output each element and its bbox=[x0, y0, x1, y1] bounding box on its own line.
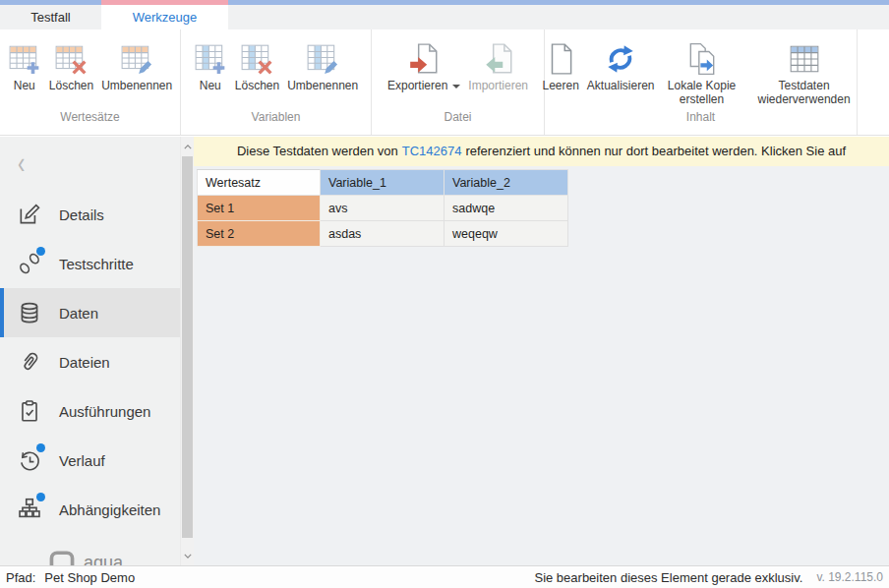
button-label: Aktualisieren bbox=[587, 79, 655, 92]
table-header-row: Wertesatz Variable_1 Variable_2 bbox=[198, 170, 568, 196]
scrollbar-thumb[interactable] bbox=[182, 156, 193, 538]
paperclip-icon bbox=[17, 349, 42, 375]
ribbon-group-variablen: Neu Löschen Umbenennen Variablen bbox=[181, 29, 372, 135]
exclusive-edit-message: Sie bearbeiten dieses Element gerade exk… bbox=[534, 570, 802, 585]
ribbon-group-inhalt: Leeren Aktualisieren Lokale Kopie erstel… bbox=[545, 29, 858, 135]
table-row: Set 1 avs sadwqe bbox=[198, 196, 568, 221]
testdata-table: Wertesatz Variable_1 Variable_2 Set 1 av… bbox=[197, 169, 568, 247]
table-cell[interactable]: weqeqw bbox=[444, 221, 568, 247]
column-header-variable-1[interactable]: Variable_1 bbox=[321, 170, 444, 196]
footsteps-icon bbox=[17, 251, 42, 276]
notification-dot bbox=[36, 493, 45, 501]
button-label: Umbenennen bbox=[101, 79, 172, 92]
row-header-set2[interactable]: Set 2 bbox=[198, 221, 321, 247]
wertesatz-loeschen-button[interactable]: Löschen bbox=[45, 40, 97, 94]
table-rename-icon bbox=[120, 42, 153, 76]
exportieren-button[interactable]: Exportieren bbox=[384, 40, 464, 94]
banner-text-before: Diese Testdaten werden von bbox=[237, 144, 398, 158]
history-icon bbox=[17, 447, 42, 473]
sidebar-item-label: Testschritte bbox=[59, 256, 134, 272]
sidebar-item-label: Dateien bbox=[59, 354, 110, 371]
edit-icon bbox=[17, 202, 42, 227]
group-label-variablen: Variablen bbox=[181, 110, 371, 135]
wertesatz-umbenennen-button[interactable]: Umbenennen bbox=[97, 40, 176, 94]
notification-dot bbox=[36, 247, 45, 256]
aqua-logo-text: aqua bbox=[84, 553, 123, 566]
row-header-set1[interactable]: Set 1 bbox=[198, 196, 321, 221]
lokale-kopie-erstellen-button[interactable]: Lokale Kopie erstellen bbox=[659, 40, 745, 109]
group-label-wertesaetze: Wertesätze bbox=[0, 110, 180, 135]
sidebar-collapse-icon[interactable]: ‹ bbox=[18, 148, 25, 179]
button-label: Umbenennen bbox=[287, 79, 358, 92]
testcase-link[interactable]: TC142674 bbox=[402, 144, 462, 158]
sidebar-item-label: Verlauf bbox=[59, 452, 105, 469]
reference-banner: Diese Testdaten werden vonTC142674refere… bbox=[194, 137, 889, 166]
group-label-datei: Datei bbox=[372, 110, 544, 135]
aqua-logo-icon bbox=[49, 550, 75, 565]
ribbon-group-wertesaetze: Neu Löschen Umbenennen Wertesätze bbox=[0, 29, 181, 135]
banner-text-after: referenziert und können nur dort bearbei… bbox=[465, 144, 846, 158]
scroll-up-icon[interactable] bbox=[181, 139, 194, 154]
button-label: Löschen bbox=[235, 79, 279, 92]
sidebar-item-label: Daten bbox=[59, 305, 98, 322]
table-cell[interactable]: avs bbox=[321, 196, 444, 221]
aktualisieren-button[interactable]: Aktualisieren bbox=[583, 40, 659, 94]
path-label: Pfad: bbox=[6, 570, 35, 585]
scroll-down-icon[interactable] bbox=[181, 548, 194, 563]
ribbon-group-datei: Exportieren Importieren Datei bbox=[372, 29, 545, 135]
button-label: Leeren bbox=[542, 79, 578, 92]
importieren-button[interactable]: Importieren bbox=[464, 40, 532, 94]
app-window: Testfall Werkzeuge Neu Löschen bbox=[0, 0, 889, 588]
table-cell[interactable]: asdas bbox=[321, 221, 444, 247]
button-label: Löschen bbox=[49, 79, 93, 92]
notification-dot bbox=[36, 443, 45, 452]
sidebar: ‹ Details Testschritte Daten Da bbox=[0, 137, 180, 565]
sidebar-item-dateien[interactable]: Dateien bbox=[0, 337, 180, 386]
testdaten-wiederverwenden-button[interactable]: Testdaten wiederverwenden bbox=[745, 40, 863, 109]
table-row: Set 2 asdas weqeqw bbox=[198, 221, 568, 247]
button-label: Neu bbox=[200, 79, 221, 92]
sidebar-item-verlauf[interactable]: Verlauf bbox=[0, 436, 180, 485]
database-icon bbox=[17, 300, 42, 325]
sidebar-item-daten[interactable]: Daten bbox=[0, 288, 180, 337]
variable-neu-button[interactable]: Neu bbox=[190, 40, 231, 94]
ribbon-tab-bar: Testfall Werkzeuge bbox=[0, 5, 889, 29]
aqua-logo: aqua bbox=[0, 543, 180, 565]
sidebar-item-abhaengigkeiten[interactable]: Abhängigkeiten bbox=[0, 485, 180, 534]
leeren-button[interactable]: Leeren bbox=[538, 40, 582, 94]
reuse-table-icon bbox=[788, 42, 821, 76]
sidebar-item-label: Abhängigkeiten bbox=[59, 501, 160, 518]
button-label: Neu bbox=[14, 79, 35, 92]
hierarchy-icon bbox=[17, 497, 42, 522]
tab-testfall[interactable]: Testfall bbox=[0, 5, 101, 29]
button-label: Lokale Kopie erstellen bbox=[663, 79, 741, 107]
clipboard-check-icon bbox=[17, 398, 42, 424]
table-new-icon bbox=[8, 42, 41, 76]
tab-werkzeuge[interactable]: Werkzeuge bbox=[101, 5, 228, 29]
column-header-wertesatz[interactable]: Wertesatz bbox=[198, 170, 321, 196]
sidebar-item-testschritte[interactable]: Testschritte bbox=[0, 239, 180, 288]
button-label: Testdaten wiederverwenden bbox=[749, 79, 859, 107]
column-header-variable-2[interactable]: Variable_2 bbox=[444, 170, 568, 196]
wertesatz-neu-button[interactable]: Neu bbox=[4, 40, 45, 94]
refresh-icon bbox=[604, 42, 637, 76]
export-icon bbox=[407, 42, 441, 76]
empty-document-icon bbox=[544, 42, 577, 76]
status-bar: Pfad: Pet Shop Demo Sie bearbeiten diese… bbox=[0, 565, 889, 588]
sidebar-item-label: Ausführungen bbox=[59, 403, 150, 420]
variable-loeschen-button[interactable]: Löschen bbox=[231, 40, 283, 94]
ribbon: Neu Löschen Umbenennen Wertesätze bbox=[0, 29, 889, 136]
table-delete-icon bbox=[54, 42, 88, 76]
sidebar-item-details[interactable]: Details bbox=[0, 190, 180, 239]
dropdown-caret-icon bbox=[452, 85, 460, 88]
path-value: Pet Shop Demo bbox=[44, 570, 135, 585]
sidebar-item-ausfuehrungen[interactable]: Ausführungen bbox=[0, 386, 180, 436]
group-label-inhalt: Inhalt bbox=[545, 110, 857, 135]
sidebar-scrollbar[interactable] bbox=[180, 137, 194, 565]
sidebar-item-label: Details bbox=[59, 206, 104, 223]
version-label: v. 19.2.115.0 bbox=[816, 570, 883, 584]
variable-rename-icon bbox=[306, 42, 339, 76]
table-cell[interactable]: sadwqe bbox=[444, 196, 568, 221]
variable-umbenennen-button[interactable]: Umbenennen bbox=[283, 40, 362, 94]
variable-new-icon bbox=[194, 42, 227, 76]
